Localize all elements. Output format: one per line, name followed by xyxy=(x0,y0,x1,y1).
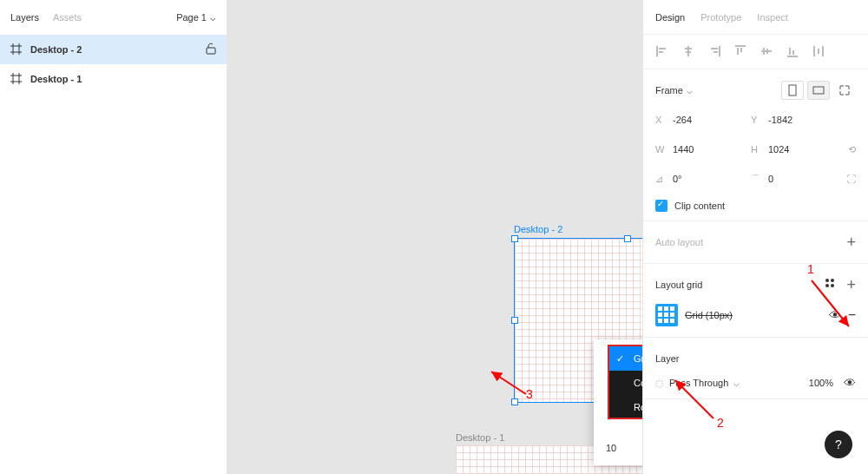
resize-handle[interactable] xyxy=(511,235,518,242)
grid-settings-popup: Grid Columns Rows ✕ 10 FF0000 10% xyxy=(594,339,642,465)
align-vcenter-icon[interactable] xyxy=(760,44,773,60)
eye-icon[interactable]: 👁 xyxy=(829,308,841,322)
add-layoutgrid-button[interactable]: + xyxy=(846,277,856,293)
dropdown-item-columns[interactable]: Columns xyxy=(609,371,642,395)
blend-icon: ◌ xyxy=(655,378,664,389)
chevron-down-icon: ⌵ xyxy=(210,12,216,23)
chevron-down-icon[interactable]: ⌵ xyxy=(733,378,740,389)
align-row xyxy=(643,35,868,69)
layer-name: Desktop - 2 xyxy=(30,44,82,55)
y-value[interactable]: -1842 xyxy=(765,115,846,125)
fit-icon[interactable] xyxy=(833,81,856,100)
layer-title: Layer xyxy=(655,353,680,364)
svg-rect-1 xyxy=(789,85,796,95)
grid-styles-icon[interactable] xyxy=(825,279,838,291)
frame-section: Frame ⌵ X-264 Y-1842 W1440 H1024 ⟲ ⊿0° xyxy=(643,69,868,221)
radius-value[interactable]: 0 xyxy=(765,174,846,184)
grid-icon[interactable] xyxy=(655,304,678,326)
eye-icon[interactable]: 👁 xyxy=(844,376,856,390)
tab-assets[interactable]: Assets xyxy=(53,12,82,23)
w-value[interactable]: 1440 xyxy=(669,144,751,155)
expand-radius-icon[interactable]: ⛶ xyxy=(846,174,856,184)
constrain-icon[interactable]: ⟲ xyxy=(848,144,856,155)
dropdown-item-rows[interactable]: Rows xyxy=(609,395,642,419)
align-left-icon[interactable] xyxy=(655,44,669,60)
right-panel: Design Prototype Inspect Frame ⌵ xyxy=(642,0,868,474)
help-button[interactable]: ? xyxy=(825,431,852,458)
rotation-icon: ⊿ xyxy=(655,174,669,185)
layer-section: Layer ◌ Pass Through ⌵ 100% 👁 xyxy=(643,338,868,399)
layer-row-desktop-1[interactable]: Desktop - 1 xyxy=(0,64,227,94)
layoutgrid-section: Layout grid + Grid (10px) 👁 − xyxy=(643,264,868,338)
clip-checkbox[interactable] xyxy=(655,200,667,212)
left-tabs: Layers Assets Page 1 ⌵ xyxy=(0,0,227,35)
frame-title[interactable]: Frame xyxy=(655,85,683,95)
align-hcenter-icon[interactable] xyxy=(681,44,695,60)
grid-props-row: 10 FF0000 10% xyxy=(606,441,642,455)
grid-size-value[interactable]: 10 xyxy=(606,443,642,453)
align-right-icon[interactable] xyxy=(707,44,721,60)
canvas[interactable]: Desktop - 2 Desktop - 1 Grid Columns Row… xyxy=(227,0,642,474)
x-value[interactable]: -264 xyxy=(669,115,751,125)
chevron-down-icon[interactable]: ⌵ xyxy=(687,85,693,96)
blend-mode[interactable]: Pass Through xyxy=(669,378,728,388)
layer-row-desktop-2[interactable]: Desktop - 2 xyxy=(0,35,227,64)
tab-layers[interactable]: Layers xyxy=(10,12,39,23)
layoutgrid-title: Layout grid xyxy=(655,280,702,290)
page-label: Page 1 xyxy=(176,12,207,23)
resize-handle[interactable] xyxy=(624,235,631,242)
frame-label-2[interactable]: Desktop - 1 xyxy=(456,432,504,443)
layer-name: Desktop - 1 xyxy=(30,74,82,84)
align-bottom-icon[interactable] xyxy=(786,44,799,60)
align-top-icon[interactable] xyxy=(733,44,747,60)
add-autolayout-button[interactable]: + xyxy=(846,234,856,250)
remove-grid-button[interactable]: − xyxy=(848,307,856,323)
radius-icon: ⌒ xyxy=(751,173,765,186)
tab-design[interactable]: Design xyxy=(655,12,685,23)
tab-prototype[interactable]: Prototype xyxy=(700,12,741,23)
grid-entry-label: Grid (10px) xyxy=(685,310,733,320)
rotation-value[interactable]: 0° xyxy=(669,174,751,184)
grid-type-dropdown[interactable]: Grid Columns Rows xyxy=(609,346,642,418)
svg-rect-0 xyxy=(207,48,215,54)
unlock-icon[interactable] xyxy=(206,43,216,56)
orientation-portrait-icon[interactable] xyxy=(781,81,804,100)
right-tabs: Design Prototype Inspect xyxy=(643,0,868,35)
h-value[interactable]: 1024 xyxy=(765,144,846,155)
layoutgrid-entry[interactable]: Grid (10px) 👁 − xyxy=(655,302,856,328)
frame-icon xyxy=(10,43,22,56)
resize-handle[interactable] xyxy=(511,317,518,324)
h-label: H xyxy=(751,144,765,155)
tab-inspect[interactable]: Inspect xyxy=(757,12,787,23)
frame-icon xyxy=(10,73,22,86)
layer-opacity[interactable]: 100% xyxy=(809,378,833,388)
x-label: X xyxy=(655,115,669,125)
svg-rect-2 xyxy=(813,87,824,94)
autolayout-section: Auto layout + xyxy=(643,221,868,264)
orientation-landscape-icon[interactable] xyxy=(807,81,830,100)
left-panel: Layers Assets Page 1 ⌵ Desktop - 2 Deskt… xyxy=(0,0,227,474)
y-label: Y xyxy=(751,115,765,125)
resize-handle[interactable] xyxy=(511,398,518,405)
w-label: W xyxy=(655,144,669,155)
frame-label[interactable]: Desktop - 2 xyxy=(514,224,562,234)
distribute-icon[interactable] xyxy=(812,44,825,60)
grid-type-dropdown-wrapper: Grid Columns Rows xyxy=(608,345,642,419)
autolayout-title: Auto layout xyxy=(655,237,703,247)
page-selector[interactable]: Page 1 ⌵ xyxy=(176,12,216,23)
clip-label: Clip content xyxy=(674,201,725,211)
dropdown-item-grid[interactable]: Grid xyxy=(609,346,642,371)
